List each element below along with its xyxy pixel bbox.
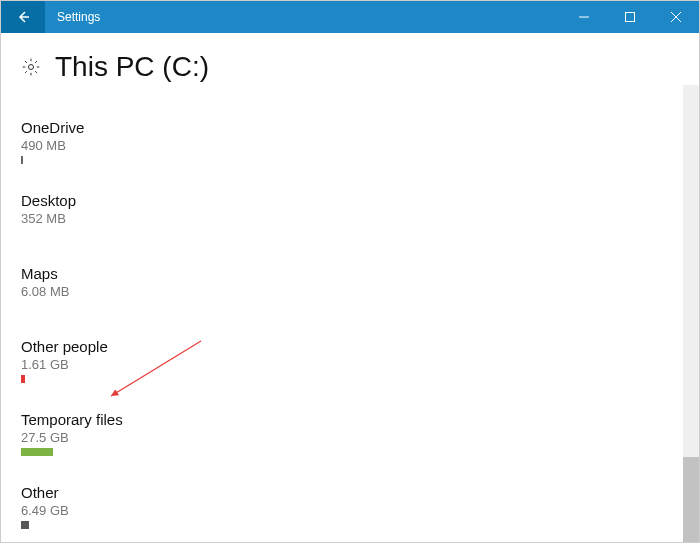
- arrow-left-icon: [15, 9, 31, 25]
- usage-bar: [21, 302, 663, 310]
- category-size: 27.5 GB: [21, 430, 663, 445]
- window-controls: [561, 1, 699, 33]
- usage-bar: [21, 448, 663, 456]
- storage-category[interactable]: Maps6.08 MB: [21, 265, 663, 310]
- scrollbar-thumb[interactable]: [683, 457, 699, 543]
- storage-category[interactable]: Desktop352 MB: [21, 192, 663, 237]
- category-name: Temporary files: [21, 411, 663, 428]
- category-size: 1.61 GB: [21, 357, 663, 372]
- page-header: This PC (C:): [21, 51, 663, 83]
- gear-icon: [21, 57, 41, 77]
- close-icon: [671, 12, 681, 22]
- category-size: 6.08 MB: [21, 284, 663, 299]
- back-button[interactable]: [1, 1, 45, 33]
- maximize-button[interactable]: [607, 1, 653, 33]
- scrollbar-track[interactable]: [683, 85, 699, 542]
- usage-bar-fill: [21, 156, 23, 164]
- maximize-icon: [625, 12, 635, 22]
- category-size: 490 MB: [21, 138, 663, 153]
- usage-bar: [21, 521, 663, 529]
- category-name: Desktop: [21, 192, 663, 209]
- usage-bar: [21, 156, 663, 164]
- storage-category-list: OneDrive490 MBDesktop352 MBMaps6.08 MBOt…: [21, 119, 663, 529]
- category-name: OneDrive: [21, 119, 663, 136]
- category-size: 352 MB: [21, 211, 663, 226]
- minimize-button[interactable]: [561, 1, 607, 33]
- usage-bar-fill: [21, 375, 25, 383]
- titlebar: Settings: [1, 1, 699, 33]
- storage-category[interactable]: Temporary files27.5 GB: [21, 411, 663, 456]
- close-button[interactable]: [653, 1, 699, 33]
- minimize-icon: [579, 12, 589, 22]
- usage-bar: [21, 375, 663, 383]
- page-title: This PC (C:): [55, 51, 209, 83]
- category-name: Other: [21, 484, 663, 501]
- window-title: Settings: [45, 10, 561, 24]
- usage-bar-fill: [21, 448, 53, 456]
- category-size: 6.49 GB: [21, 503, 663, 518]
- storage-category[interactable]: Other6.49 GB: [21, 484, 663, 529]
- usage-bar: [21, 229, 663, 237]
- storage-category[interactable]: Other people1.61 GB: [21, 338, 663, 383]
- svg-rect-0: [626, 13, 635, 22]
- content-area: This PC (C:) OneDrive490 MBDesktop352 MB…: [1, 33, 683, 542]
- usage-bar-fill: [21, 521, 29, 529]
- storage-category[interactable]: OneDrive490 MB: [21, 119, 663, 164]
- category-name: Other people: [21, 338, 663, 355]
- category-name: Maps: [21, 265, 663, 282]
- svg-point-1: [29, 65, 34, 70]
